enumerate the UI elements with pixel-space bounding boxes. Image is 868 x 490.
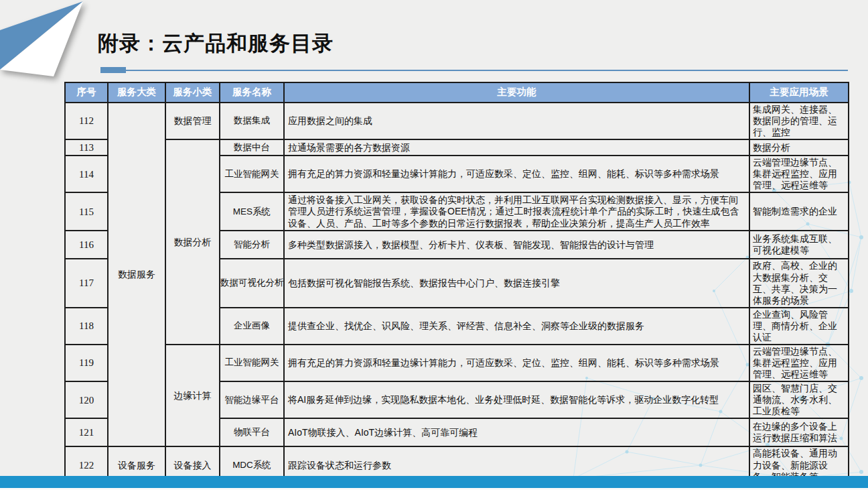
cell-minor-category: 边缘计算	[165, 345, 220, 446]
cell-no: 119	[65, 345, 108, 381]
cell-no: 115	[65, 192, 108, 231]
table-row: 112 数据服务 数据管理 数据集成 应用数据之间的集成 集成网关、连接器、数据…	[65, 103, 849, 139]
cell-main-function: 提供查企业、找优企、识风险、理关系、评经营、信息补全、洞察等企业级的数据服务	[284, 308, 749, 345]
cell-scenario: 园区、智慧门店、交通物流、水务水利、工业质检等	[749, 381, 849, 418]
cell-scenario: 业务系统集成互联、可视化建模等	[749, 231, 849, 259]
cell-scenario: 政府、高校、企业的大数据集分析、交互、共享、决策为一体服务的场景	[749, 259, 849, 307]
cell-main-function: 应用数据之间的集成	[284, 103, 749, 139]
cell-service-name: 企业画像	[220, 308, 284, 345]
cell-service-name: 工业智能网关	[220, 156, 284, 192]
header-service-name: 服务名称	[220, 82, 284, 103]
cell-scenario: 集成网关、连接器、数据同步的管理、运行、监控	[749, 103, 849, 139]
cell-main-function: 包括数据可视化智能报告系统、数据报告中心门户、数据连接引擎	[284, 259, 749, 307]
cell-no: 120	[65, 381, 108, 418]
cell-main-function: AIoT物联接入、AIoT边缘计算、高可靠可编程	[284, 418, 749, 446]
header-main-function: 主要功能	[284, 82, 749, 103]
cell-main-function: 多种类型数据源接入，数据模型、分析卡片、仪表板、智能发现、智能报告的设计与管理	[284, 231, 749, 259]
cell-scenario: 在边缘的多个设备上运行数据压缩和算法	[749, 418, 849, 446]
cell-main-function: 拥有充足的算力资源和轻量边缘计算能力，可适应数采、定位、监控、组网、能耗、标识等…	[284, 156, 749, 192]
cell-no: 117	[65, 259, 108, 307]
cell-no: 118	[65, 308, 108, 345]
cell-no: 112	[65, 103, 108, 139]
title-underline-accent	[100, 67, 126, 73]
cell-minor-category: 数据分析	[165, 139, 220, 345]
cell-scenario: 数据分析	[749, 139, 849, 156]
cell-main-function: 拉通场景需要的各方数据资源	[284, 139, 749, 156]
cell-service-name: MES系统	[220, 192, 284, 231]
table-header-row: 序号 服务大类 服务小类 服务名称 主要功能 主要应用场景	[65, 82, 849, 103]
cell-service-name: 物联平台	[220, 418, 284, 446]
slide-canvas: { "slide": { "title": "附录：云产品和服务目录" }, "…	[0, 0, 868, 490]
cell-main-function: 将AI服务延伸到边缘，实现隐私数据本地化、业务处理低时延、数据智能化等诉求，驱动…	[284, 381, 749, 418]
cell-main-function: 通过将设备接入工业网关，获取设备的实时状态，并利用工业互联网平台实现检测数据接入…	[284, 192, 749, 231]
cell-scenario: 云端管理边缘节点、集群远程监控、应用管理、远程运维等	[749, 156, 849, 192]
table-row: 113 数据分析 数据中台 拉通场景需要的各方数据资源 数据分析	[65, 139, 849, 156]
corner-flag-decoration	[0, 0, 90, 84]
header-major-category: 服务大类	[108, 82, 165, 103]
cell-service-name: 数据可视化分析	[220, 259, 284, 307]
cell-service-name: 智能边缘平台	[220, 381, 284, 418]
header-no: 序号	[65, 82, 108, 103]
title-underline	[100, 67, 848, 73]
title-underline-thin	[100, 70, 848, 71]
cell-no: 116	[65, 231, 108, 259]
cell-service-name: 工业智能网关	[220, 345, 284, 381]
table-row: 119 边缘计算 工业智能网关 拥有充足的算力资源和轻量边缘计算能力，可适应数采…	[65, 345, 849, 381]
cell-no: 113	[65, 139, 108, 156]
cell-main-function: 拥有充足的算力资源和轻量边缘计算能力，可适应数采、定位、监控、组网、能耗、标识等…	[284, 345, 749, 381]
cloud-services-table: 序号 服务大类 服务小类 服务名称 主要功能 主要应用场景 112 数据服务 数…	[64, 82, 849, 485]
cell-scenario: 智能制造需求的企业	[749, 192, 849, 231]
bottom-accent-bar	[0, 476, 868, 488]
header-minor-category: 服务小类	[165, 82, 220, 103]
cell-major-category: 数据服务	[108, 103, 165, 446]
cell-no: 114	[65, 156, 108, 192]
header-scenario: 主要应用场景	[749, 82, 849, 103]
cell-service-name: 数据集成	[220, 103, 284, 139]
cell-scenario: 企业查询、风险管理、商情分析、企业认证	[749, 308, 849, 345]
cell-scenario: 云端管理边缘节点、集群远程监控、应用管理、远程运维等	[749, 345, 849, 381]
cell-minor-category: 数据管理	[165, 103, 220, 139]
cell-service-name: 智能分析	[220, 231, 284, 259]
cell-no: 121	[65, 418, 108, 446]
page-title: 附录：云产品和服务目录	[98, 29, 334, 58]
cell-service-name: 数据中台	[220, 139, 284, 156]
